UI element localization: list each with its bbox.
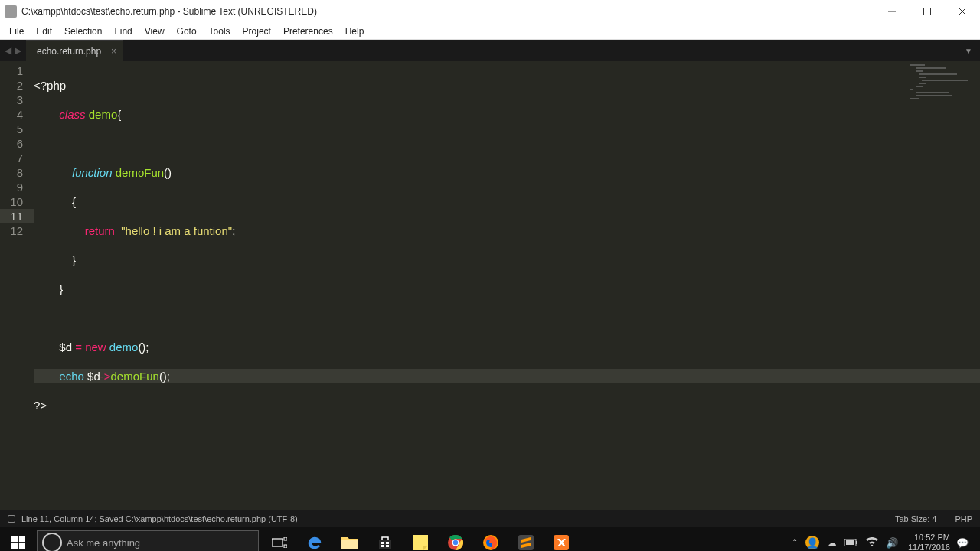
svg-rect-26: [846, 540, 854, 545]
menu-tools[interactable]: Tools: [203, 24, 237, 38]
code-token: ();: [138, 341, 149, 354]
code-token: echo: [59, 370, 84, 383]
tab-nav-arrows: ◀ ▶: [0, 45, 26, 56]
svg-rect-1: [924, 8, 931, 15]
status-panel-icon[interactable]: [8, 515, 15, 523]
edge-icon[interactable]: [297, 527, 332, 551]
svg-rect-7: [19, 543, 25, 549]
svg-rect-6: [11, 543, 18, 549]
tray-date: 11/17/2016: [908, 543, 950, 551]
start-button[interactable]: [0, 527, 37, 551]
menu-preferences[interactable]: Preferences: [277, 24, 339, 38]
minimize-button[interactable]: [874, 0, 910, 23]
window-controls: [874, 0, 980, 23]
tray-clock[interactable]: 10:52 PM 11/17/2016: [908, 533, 950, 551]
tab-label: echo.return.php: [37, 46, 101, 57]
menu-find[interactable]: Find: [108, 24, 138, 38]
chrome-icon[interactable]: [438, 527, 473, 551]
taskbar-search[interactable]: Ask me anything: [37, 530, 259, 551]
tabstrip: ◀ ▶ echo.return.php × ▼: [0, 40, 980, 61]
app-icon: [5, 5, 17, 18]
svg-rect-4: [11, 536, 18, 542]
search-placeholder: Ask me anything: [67, 537, 140, 549]
tray-wifi-icon[interactable]: [866, 537, 878, 549]
menu-selection[interactable]: Selection: [58, 24, 108, 38]
menu-view[interactable]: View: [139, 24, 171, 38]
line-gutter: 123456789101112: [0, 61, 34, 510]
code-area[interactable]: <?php class demo{ function demoFun() { r…: [34, 61, 980, 510]
code-token: }: [59, 282, 63, 295]
svg-rect-25: [856, 541, 858, 544]
code-token: new: [85, 341, 106, 354]
code-token: {: [72, 195, 76, 208]
statusbar: Line 11, Column 14; Saved C:\xampp\htdoc…: [0, 510, 980, 527]
menubar: File Edit Selection Find View Goto Tools…: [0, 23, 980, 40]
close-button[interactable]: [945, 0, 980, 23]
tray-time: 10:52 PM: [908, 533, 950, 543]
maximize-button[interactable]: [910, 0, 945, 23]
code-token: return: [85, 224, 115, 237]
code-token: ->: [100, 370, 111, 383]
code-token: }: [72, 253, 76, 266]
code-token: =: [72, 341, 85, 354]
svg-rect-5: [19, 536, 25, 542]
store-icon[interactable]: [368, 527, 403, 551]
tab-active[interactable]: echo.return.php ×: [26, 40, 122, 61]
status-tabsize[interactable]: Tab Size: 4: [895, 514, 936, 523]
code-token: demoFun: [116, 166, 164, 179]
svg-point-19: [453, 540, 458, 545]
taskview-icon[interactable]: [262, 527, 297, 551]
file-explorer-icon[interactable]: [332, 527, 368, 551]
xampp-icon[interactable]: [544, 527, 579, 551]
tray-people-icon[interactable]: 👤: [805, 536, 819, 549]
tab-overflow-icon[interactable]: ▼: [965, 47, 972, 55]
tray-onedrive-icon[interactable]: ☁: [827, 537, 837, 549]
firefox-icon[interactable]: [473, 527, 508, 551]
sticky-notes-icon[interactable]: [403, 527, 438, 551]
system-tray: ˄ 👤 ☁ 🔊 10:52 PM 11/17/2016 💬: [789, 527, 980, 551]
tray-volume-icon[interactable]: 🔊: [886, 537, 898, 549]
cortana-icon: [42, 533, 62, 551]
menu-help[interactable]: Help: [339, 24, 371, 38]
code-token: (): [164, 166, 172, 179]
code-token: {: [117, 108, 121, 121]
svg-rect-11: [341, 540, 358, 549]
status-left: Line 11, Column 14; Saved C:\xampp\htdoc…: [21, 514, 877, 523]
svg-rect-9: [284, 537, 287, 540]
menu-project[interactable]: Project: [237, 24, 277, 38]
code-token: ;: [232, 224, 235, 237]
editor[interactable]: 123456789101112 <?php class demo{ functi…: [0, 61, 980, 510]
code-token: "hello ! i am a funtion": [121, 224, 232, 237]
svg-rect-12: [381, 542, 384, 544]
code-token: function: [72, 166, 113, 179]
svg-rect-13: [386, 542, 389, 544]
tray-battery-icon[interactable]: [844, 537, 858, 549]
svg-rect-10: [284, 545, 287, 548]
sublime-icon[interactable]: [508, 527, 544, 551]
code-token: $d: [87, 370, 100, 383]
window-title: C:\xampp\htdocs\test\echo.return.php - S…: [21, 6, 874, 17]
code-token: demo: [109, 341, 139, 354]
code-token: <?php: [34, 79, 66, 92]
taskbar: Ask me anything ˄ 👤 ☁ 🔊 10:52 PM 11/17/2…: [0, 527, 980, 551]
menu-edit[interactable]: Edit: [30, 24, 58, 38]
svg-rect-8: [272, 539, 283, 546]
tray-chevron-up-icon[interactable]: ˄: [792, 537, 798, 549]
svg-rect-22: [518, 535, 534, 550]
titlebar: C:\xampp\htdocs\test\echo.return.php - S…: [0, 0, 980, 23]
svg-rect-14: [381, 545, 384, 547]
code-token: demo: [89, 108, 118, 121]
tab-nav-prev-icon[interactable]: ◀: [3, 45, 13, 56]
code-token: class: [59, 108, 85, 121]
menu-file[interactable]: File: [3, 24, 30, 38]
code-token: $d: [59, 341, 72, 354]
svg-rect-15: [386, 545, 389, 547]
status-language[interactable]: PHP: [955, 514, 972, 523]
svg-point-27: [871, 544, 874, 546]
menu-goto[interactable]: Goto: [171, 24, 203, 38]
code-token: ?>: [34, 399, 47, 412]
windows-icon: [11, 536, 25, 549]
tab-nav-next-icon[interactable]: ▶: [13, 45, 23, 56]
tab-close-icon[interactable]: ×: [111, 46, 116, 57]
tray-notifications-icon[interactable]: 💬: [956, 537, 969, 549]
